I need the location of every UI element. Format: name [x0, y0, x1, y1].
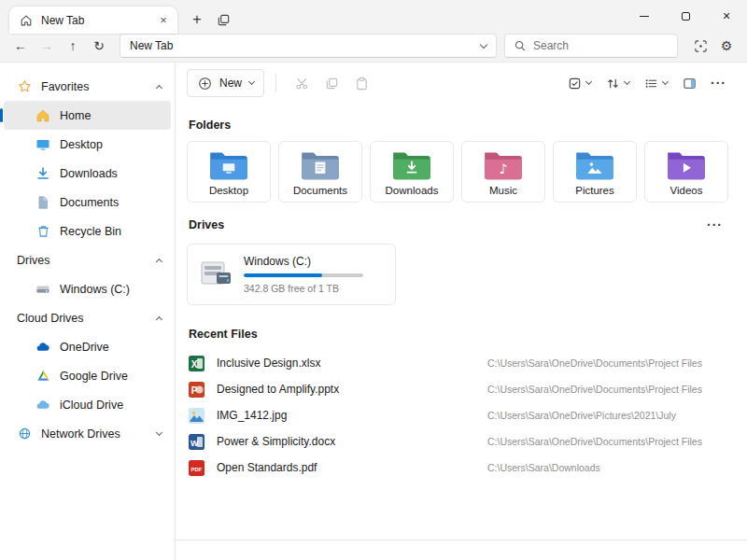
chevron-down-icon[interactable]: [156, 428, 162, 435]
folder-card-documents[interactable]: Documents: [278, 141, 362, 203]
drive-card-windows-c[interactable]: Windows (C:) 342.8 GB free of 1 TB: [187, 244, 396, 305]
chevron-up-icon[interactable]: [156, 315, 162, 322]
divider: [275, 74, 276, 92]
search-box[interactable]: [504, 34, 678, 58]
details-pane-toggle[interactable]: [676, 69, 703, 97]
chevron-up-icon[interactable]: [156, 258, 162, 264]
sidebar-item-label: Desktop: [60, 138, 162, 151]
tab-close-icon[interactable]: ×: [155, 12, 172, 29]
sidebar-item-windows-c[interactable]: Windows (C:): [4, 274, 171, 303]
sidebar-section-cloud-drives[interactable]: Cloud Drives: [4, 303, 171, 332]
file-row-jpg[interactable]: IMG_1412.jpg C:\Users\Sara\OneDrive\Pict…: [187, 402, 728, 428]
maximize-button[interactable]: [665, 0, 706, 32]
forward-button[interactable]: →: [34, 34, 60, 58]
sidebar-item-label: Downloads: [60, 167, 162, 180]
drive-free-space: 342.8 GB free of 1 TB: [244, 283, 384, 294]
svg-text:X: X: [190, 358, 197, 369]
file-path: C:\Users\Sara\OneDrive\Documents\Project…: [487, 357, 702, 369]
folder-card-desktop[interactable]: Desktop: [187, 141, 271, 203]
navigation-bar: ← → ↑ ↻ New Tab ⚙: [0, 34, 747, 62]
file-row-docx[interactable]: W Power & Simplicity.docx C:\Users\Sara\…: [187, 428, 728, 455]
sidebar-item-documents[interactable]: Documents: [4, 188, 171, 217]
folder-icon: [574, 148, 615, 182]
folder-name: Documents: [293, 185, 347, 196]
folder-name: Pictures: [575, 185, 614, 196]
main-scroll-area: Folders Desktop: [176, 104, 747, 539]
sidebar-item-downloads[interactable]: Downloads: [4, 159, 171, 188]
recent-files-section-title: Recent Files: [189, 328, 728, 341]
file-name: Open Standards.pdf: [217, 461, 476, 474]
command-bar: New: [176, 63, 747, 104]
folder-card-music[interactable]: ♪ Music: [461, 141, 545, 203]
powerpoint-file-icon: P: [187, 382, 205, 398]
file-row-xlsx[interactable]: X Inclusive Design.xlsx C:\Users\Sara\On…: [187, 350, 728, 376]
command-bar-right: ···: [561, 69, 732, 97]
address-bar[interactable]: New Tab: [120, 34, 497, 58]
sidebar-section-drives[interactable]: Drives: [4, 245, 171, 274]
refresh-button[interactable]: ↻: [86, 34, 112, 58]
snip-target-icon[interactable]: [687, 34, 713, 58]
folder-card-videos[interactable]: Videos: [644, 141, 728, 203]
file-explorer-window: New Tab × + × ← → ↑ ↻ New Tab: [0, 0, 747, 560]
sidebar-item-recycle-bin[interactable]: Recycle Bin: [4, 217, 171, 245]
duplicate-tab-icon[interactable]: [211, 7, 235, 32]
pdf-file-icon: PDF: [187, 460, 205, 476]
copy-icon[interactable]: [317, 69, 345, 97]
folder-card-downloads[interactable]: Downloads: [370, 141, 454, 203]
sidebar-item-google-drive[interactable]: Google Drive: [4, 361, 171, 390]
plus-circle-icon: [197, 76, 212, 91]
new-tab-button[interactable]: +: [185, 7, 209, 32]
file-name: Inclusive Design.xlsx: [217, 357, 476, 370]
cut-icon[interactable]: [288, 69, 316, 97]
download-arrow-icon: [35, 166, 50, 181]
back-button[interactable]: ←: [7, 34, 34, 58]
minimize-button[interactable]: [624, 0, 665, 32]
search-input[interactable]: [533, 39, 669, 52]
new-button-label: New: [219, 77, 242, 90]
folder-icon: [300, 148, 341, 182]
svg-text:W: W: [190, 438, 198, 447]
folder-name: Downloads: [386, 185, 439, 196]
up-button[interactable]: ↑: [60, 34, 86, 58]
address-dropdown-chevron-icon[interactable]: [480, 40, 487, 48]
paste-icon[interactable]: [347, 69, 375, 97]
file-name: Power & Simplicity.docx: [217, 435, 476, 448]
sidebar-item-home[interactable]: Home: [4, 101, 171, 130]
star-icon: [17, 79, 32, 94]
drives-more-icon[interactable]: ···: [701, 217, 728, 232]
section-label: Network Drives: [41, 427, 148, 441]
view-button[interactable]: [638, 69, 674, 97]
sidebar-item-label: OneDrive: [60, 341, 162, 354]
icloud-cloud-icon: [35, 398, 50, 413]
new-button[interactable]: New: [187, 69, 264, 97]
chevron-up-icon[interactable]: [156, 84, 162, 91]
sidebar-section-network-drives[interactable]: Network Drives: [4, 419, 171, 448]
select-button[interactable]: [561, 69, 598, 97]
more-options-icon[interactable]: ···: [705, 76, 732, 91]
drive-usage-fill: [244, 273, 322, 277]
file-row-pptx[interactable]: P Designed to Amplify.pptx C:\Users\Sara…: [187, 376, 728, 402]
sidebar-item-label: Google Drive: [60, 370, 162, 383]
svg-text:PDF: PDF: [190, 466, 202, 471]
folder-icon: [666, 148, 707, 182]
sidebar-item-icloud-drive[interactable]: iCloud Drive: [4, 390, 171, 419]
sidebar-section-favorites[interactable]: Favorites: [4, 72, 171, 101]
drive-info: Windows (C:) 342.8 GB free of 1 TB: [244, 255, 384, 294]
sort-button[interactable]: [599, 69, 636, 97]
folder-icon: ♪: [483, 148, 524, 182]
main-pane: New: [176, 63, 747, 560]
folder-name: Desktop: [209, 185, 248, 196]
sidebar-item-desktop[interactable]: Desktop: [4, 130, 171, 159]
file-path: C:\Users\Sara\OneDrive\Documents\Project…: [487, 384, 702, 395]
sidebar-item-label: Recycle Bin: [60, 225, 162, 238]
folder-card-pictures[interactable]: Pictures: [553, 141, 637, 203]
tab-new-tab[interactable]: New Tab ×: [9, 7, 177, 34]
close-button[interactable]: ×: [706, 0, 747, 32]
section-label: Drives: [17, 254, 148, 267]
settings-gear-icon[interactable]: ⚙: [713, 34, 740, 58]
hard-drive-icon: [199, 259, 234, 289]
home-icon: [35, 108, 50, 123]
file-row-pdf[interactable]: PDF Open Standards.pdf C:\Users\Sara\Dow…: [187, 455, 728, 481]
file-path: C:\Users\Sara\OneDrive\Documents\Project…: [487, 436, 702, 447]
sidebar-item-onedrive[interactable]: OneDrive: [4, 332, 171, 361]
